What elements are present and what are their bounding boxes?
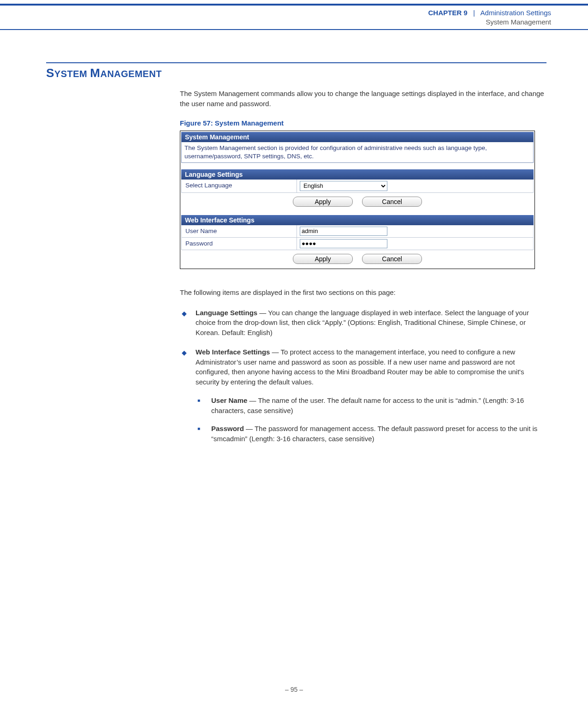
password-label: Password [182, 238, 297, 250]
username-row: User Name [181, 225, 534, 238]
sub-bullet-list: User Name — The name of the user. The de… [196, 395, 546, 444]
bullet-lang-title: Language Settings [196, 309, 257, 317]
language-settings-title: Language Settings [181, 169, 534, 180]
header-section: Administration Settings [481, 9, 551, 17]
bullet-list: Language Settings — You can change the l… [180, 308, 546, 444]
after-text: The following items are displayed in the… [180, 288, 546, 298]
bullet-language-settings: Language Settings — You can change the l… [180, 308, 546, 338]
sub-password-title: Password [211, 425, 244, 432]
language-row: Select Language English [181, 180, 534, 193]
page-footer: – 95 – [0, 686, 588, 693]
web-button-row: Apply Cancel [181, 250, 534, 266]
panel-title: System Management [181, 132, 534, 142]
figure-caption: Figure 57: System Management [180, 119, 546, 127]
bullet-web-title: Web Interface Settings [196, 348, 270, 356]
web-cancel-button[interactable]: Cancel [362, 254, 422, 264]
screenshot-figure: System Management The System Management … [180, 131, 535, 269]
page-header: CHAPTER 9 | Administration Settings Syst… [0, 6, 588, 29]
sub-bullet-password: Password — The password for management a… [196, 424, 546, 444]
header-subsection: System Management [0, 18, 551, 27]
header-bottom-rule [0, 29, 588, 30]
sub-bullet-username: User Name — The name of the user. The de… [196, 395, 546, 416]
sub-username-title: User Name [211, 396, 247, 404]
password-input[interactable] [300, 239, 387, 248]
select-language-dropdown[interactable]: English [300, 181, 387, 191]
intro-paragraph: The System Management commands allow you… [180, 89, 546, 109]
web-interface-panel: Web Interface Settings User Name Passwor… [181, 215, 534, 266]
section-rule [46, 62, 546, 63]
language-cancel-button[interactable]: Cancel [362, 197, 422, 207]
username-label: User Name [182, 225, 297, 237]
web-apply-button[interactable]: Apply [293, 254, 353, 264]
username-input[interactable] [300, 227, 387, 236]
section-heading: SYSTEM MANAGEMENT [46, 66, 546, 80]
password-row: Password [181, 238, 534, 250]
language-settings-panel: Language Settings Select Language Englis… [181, 169, 534, 209]
sub-username-text: — The name of the user. The default name… [211, 396, 524, 414]
header-separator: | [469, 9, 479, 17]
select-language-label: Select Language [182, 180, 297, 192]
language-button-row: Apply Cancel [181, 193, 534, 209]
chapter-label: CHAPTER 9 [428, 9, 467, 17]
bullet-web-interface: Web Interface Settings — To protect acce… [180, 347, 546, 444]
web-interface-title: Web Interface Settings [181, 215, 534, 225]
panel-description: The System Management section is provide… [181, 142, 534, 163]
sub-password-text: — The password for management access. Th… [211, 425, 537, 443]
language-apply-button[interactable]: Apply [293, 197, 353, 207]
